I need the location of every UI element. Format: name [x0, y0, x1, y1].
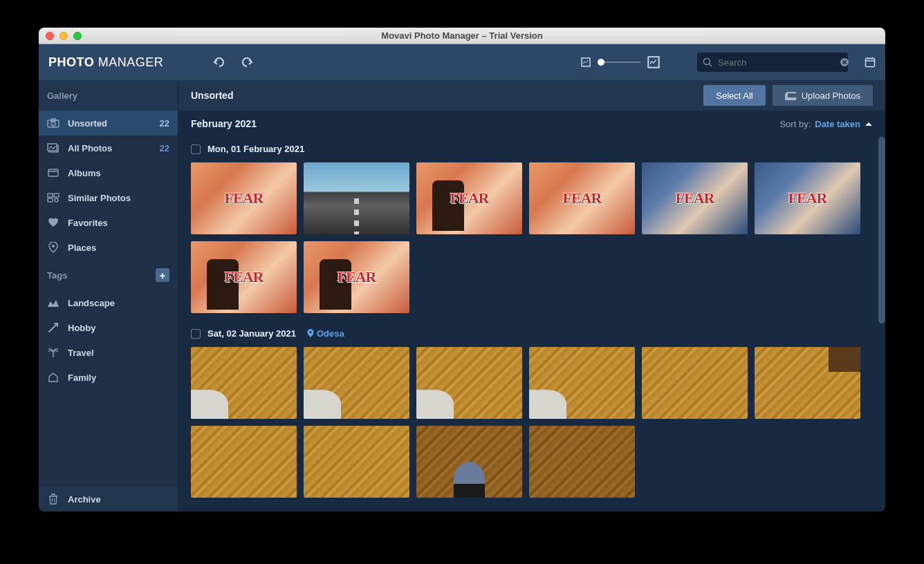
select-group-checkbox[interactable] — [191, 144, 201, 154]
svg-rect-18 — [48, 198, 53, 202]
photo-thumbnail[interactable] — [191, 241, 297, 313]
svg-rect-17 — [54, 194, 59, 197]
content-header: Unsorted Select All Upload Photos — [178, 80, 885, 111]
upload-photos-button[interactable]: Upload Photos — [773, 85, 873, 106]
thumbnail-grid — [191, 162, 873, 313]
sidebar-item-all-photos[interactable]: All Photos 22 — [39, 135, 178, 160]
photo-thumbnail[interactable] — [416, 426, 522, 498]
photo-thumbnail[interactable] — [191, 347, 297, 419]
large-thumb-icon — [647, 56, 660, 68]
titlebar: Movavi Photo Manager – Trial Version — [39, 28, 885, 44]
sidebar-item-similar-photos[interactable]: Similar Photos — [39, 185, 178, 210]
calendar-icon — [865, 57, 876, 68]
add-tag-button[interactable]: + — [156, 268, 169, 282]
date-label: Sat, 02 January 2021 — [207, 328, 296, 339]
redo-button[interactable] — [239, 57, 253, 68]
photo-thumbnail[interactable] — [755, 162, 860, 234]
gallery-section-header: Gallery — [39, 80, 178, 111]
photo-thumbnail[interactable] — [642, 347, 748, 419]
search-icon — [703, 57, 712, 67]
sort-direction-button[interactable] — [865, 121, 873, 126]
photo-thumbnail[interactable] — [304, 241, 409, 313]
page-title: Unsorted — [191, 90, 696, 101]
trash-icon — [47, 494, 59, 505]
sidebar-item-unsorted[interactable]: Unsorted 22 — [39, 111, 178, 135]
photo-thumbnail[interactable] — [529, 347, 635, 419]
traffic-lights — [46, 32, 82, 40]
select-all-button[interactable]: Select All — [703, 85, 765, 106]
clear-search-button[interactable] — [840, 57, 849, 67]
tag-hobby[interactable]: Hobby — [39, 315, 178, 340]
date-group-header: Sat, 02 January 2021 Odesa — [191, 328, 873, 339]
svg-point-20 — [52, 245, 55, 247]
redo-icon — [239, 57, 253, 68]
palm-icon — [47, 347, 59, 358]
small-thumb-icon — [581, 57, 591, 67]
photo-thumbnail[interactable] — [304, 426, 409, 498]
sidebar-item-label: Unsorted — [68, 118, 151, 129]
photo-thumbnail[interactable] — [529, 162, 635, 234]
photo-thumbnail[interactable] — [416, 347, 522, 419]
undo-icon — [213, 57, 227, 68]
photo-thumbnail[interactable] — [191, 426, 297, 498]
tag-label: Hobby — [68, 323, 169, 333]
sidebar-item-label: Archive — [68, 494, 169, 505]
photo-thumbnail[interactable] — [642, 162, 748, 234]
calendar-button[interactable] — [865, 57, 876, 68]
select-group-checkbox[interactable] — [191, 329, 201, 339]
sidebar-item-archive[interactable]: Archive — [39, 487, 178, 511]
pin-icon — [47, 242, 59, 253]
clear-icon — [840, 57, 849, 67]
photo-thumbnail[interactable] — [304, 347, 409, 419]
sidebar-item-label: Favorites — [68, 218, 169, 228]
maximize-window-button[interactable] — [73, 32, 82, 40]
photo-thumbnail[interactable] — [755, 347, 860, 419]
close-window-button[interactable] — [46, 32, 54, 40]
svg-point-19 — [55, 198, 58, 202]
date-group-header: Mon, 01 February 2021 — [191, 144, 873, 154]
tag-family[interactable]: Family — [39, 365, 178, 390]
search-box — [697, 53, 848, 72]
minimize-window-button[interactable] — [59, 32, 68, 40]
svg-rect-14 — [48, 169, 58, 176]
arrow-up-icon — [865, 121, 873, 126]
sort-value-dropdown[interactable]: Date taken — [815, 119, 860, 129]
date-group: Mon, 01 February 2021 — [178, 137, 885, 321]
undo-button[interactable] — [213, 57, 227, 68]
thumbnail-grid — [191, 347, 873, 498]
sort-row: February 2021 Sort by: Date taken — [178, 111, 885, 137]
photo-thumbnail[interactable] — [529, 426, 635, 498]
location-link[interactable]: Odesa — [307, 328, 344, 339]
svg-point-2 — [704, 59, 710, 65]
app-window: Movavi Photo Manager – Trial Version PHO… — [39, 28, 885, 511]
sidebar-item-places[interactable]: Places — [39, 235, 178, 260]
sort-by-label: Sort by: — [779, 119, 811, 129]
photo-thumbnail[interactable] — [191, 162, 297, 234]
tag-landscape[interactable]: Landscape — [39, 290, 178, 315]
thumbnail-zoom-slider[interactable] — [581, 56, 660, 68]
sidebar: Gallery Unsorted 22 All Photos 22 Albums — [39, 80, 178, 511]
landscape-icon — [47, 298, 59, 308]
svg-rect-0 — [582, 58, 590, 66]
sidebar-item-count: 22 — [160, 143, 169, 153]
search-input[interactable] — [718, 57, 834, 68]
sidebar-item-favorites[interactable]: Favorites — [39, 210, 178, 235]
tag-label: Landscape — [68, 298, 169, 308]
sidebar-item-albums[interactable]: Albums — [39, 160, 178, 185]
scrollbar-thumb[interactable] — [878, 137, 885, 323]
date-label: Mon, 01 February 2021 — [207, 144, 304, 154]
zoom-track[interactable] — [598, 62, 640, 63]
heart-icon — [47, 218, 59, 227]
sidebar-item-count: 22 — [160, 118, 169, 129]
photo-thumbnail[interactable] — [416, 162, 522, 234]
svg-point-10 — [51, 122, 55, 126]
photo-scroll-area[interactable]: Mon, 01 February 2021 — [178, 137, 885, 511]
zoom-knob[interactable] — [598, 59, 604, 66]
photo-thumbnail[interactable] — [304, 162, 409, 234]
main-area: Gallery Unsorted 22 All Photos 22 Albums — [39, 80, 885, 511]
sidebar-item-label: Places — [68, 243, 169, 253]
svg-line-3 — [710, 64, 712, 67]
sidebar-item-label: Similar Photos — [68, 193, 169, 203]
tag-label: Family — [68, 373, 169, 383]
tag-travel[interactable]: Travel — [39, 340, 178, 365]
